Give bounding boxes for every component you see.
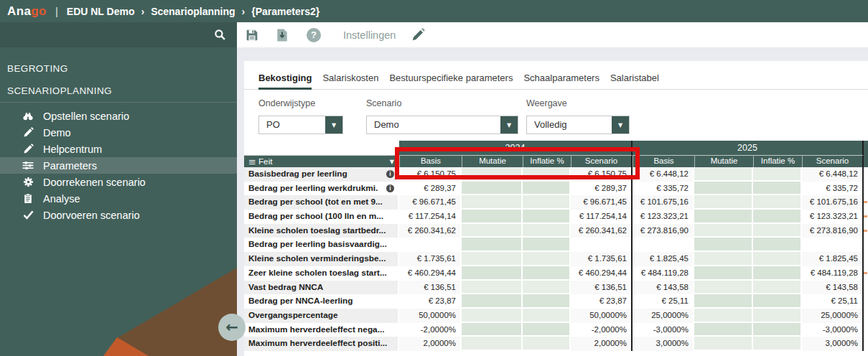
cell-mutatie-2024[interactable] xyxy=(462,309,523,323)
cell-scenario-2024: € 117.254,14 xyxy=(571,210,633,224)
sidebar-item-parameters[interactable]: Parameters xyxy=(0,157,237,174)
cell-inflatie-2025[interactable] xyxy=(753,224,802,238)
cell-mutatie-2024[interactable] xyxy=(462,182,523,196)
cell-mutatie-2024[interactable] xyxy=(462,266,523,281)
row-label: Maximum herverdeeleffect nega... xyxy=(244,323,399,337)
tab-schaalparameters[interactable]: Schaalparameters xyxy=(523,72,599,88)
info-icon[interactable]: i xyxy=(386,184,394,192)
cell-inflatie-2025[interactable] xyxy=(753,323,802,337)
cell-inflatie-2025[interactable] xyxy=(753,281,802,295)
row-label-text: Overgangspercentage xyxy=(248,309,338,323)
cell-inflatie-2025[interactable] xyxy=(753,266,802,281)
breadcrumb-item[interactable]: EDU NL Demo xyxy=(67,6,135,17)
cell-inflatie-2024[interactable] xyxy=(523,294,571,309)
select-onderwijstype[interactable]: PO▼ xyxy=(258,116,343,134)
cell-mutatie-2025[interactable] xyxy=(694,323,753,337)
breadcrumb-item[interactable]: Scenarioplanning xyxy=(151,6,235,17)
feit-dropdown-icon[interactable]: ▼ xyxy=(390,156,394,167)
cell-mutatie-2024[interactable] xyxy=(462,210,523,224)
cell-mutatie-2025[interactable] xyxy=(694,337,753,351)
cell-mutatie-2024[interactable] xyxy=(462,323,523,337)
sidebar-item-analyse[interactable]: Analyse xyxy=(0,190,237,207)
cell-mutatie-2025[interactable] xyxy=(694,252,753,266)
cell-mutatie-2024[interactable] xyxy=(462,167,523,182)
select-scenario[interactable]: Demo▼ xyxy=(366,116,518,134)
next-year-sliver xyxy=(864,141,868,155)
cell-inflatie-2024[interactable] xyxy=(523,182,571,196)
cell-mutatie-2025[interactable] xyxy=(694,182,753,196)
cell-inflatie-2025[interactable] xyxy=(753,252,802,266)
cell-mutatie-2024[interactable] xyxy=(462,294,523,309)
sidebar-section-begroting[interactable]: BEGROTING xyxy=(0,57,237,80)
cell-scenario-2025: € 101.675,16 xyxy=(802,195,864,210)
cell-mutatie-2025[interactable] xyxy=(694,266,753,281)
cell-mutatie-2025[interactable] xyxy=(694,167,753,182)
feit-header[interactable]: ≡Feit▼ xyxy=(244,155,399,167)
cell-inflatie-2024[interactable] xyxy=(523,281,571,295)
cell-inflatie-2024[interactable] xyxy=(523,337,571,351)
download-icon[interactable] xyxy=(276,29,288,42)
cell-mutatie-2024[interactable] xyxy=(462,281,523,295)
chevron-down-icon[interactable]: ▼ xyxy=(500,116,518,134)
save-icon[interactable] xyxy=(246,29,258,42)
cell-inflatie-2024[interactable] xyxy=(523,224,571,238)
cell-inflatie-2025[interactable] xyxy=(753,309,802,323)
tab-salaristabel[interactable]: Salaristabel xyxy=(610,72,659,88)
cell-inflatie-2024[interactable] xyxy=(523,195,571,210)
cell-inflatie-2025[interactable] xyxy=(753,182,802,196)
tab-bekostiging[interactable]: Bekostiging xyxy=(258,72,312,90)
cell-inflatie-2024[interactable] xyxy=(523,323,571,337)
cell-mutatie-2025[interactable] xyxy=(694,224,753,238)
info-icon[interactable]: i xyxy=(386,170,394,178)
cell-mutatie-2025[interactable] xyxy=(694,281,753,295)
chevron-down-icon[interactable]: ▼ xyxy=(612,116,629,134)
sliders-icon xyxy=(22,160,34,172)
sidebar-item-doorvoeren-scenario[interactable]: Doorvoeren scenario xyxy=(0,207,237,223)
breadcrumb: EDU NL Demo›Scenarioplanning›{Parameters… xyxy=(67,6,319,17)
cell-inflatie-2024[interactable] xyxy=(523,167,571,182)
cell-mutatie-2024[interactable] xyxy=(462,195,523,210)
cell-mutatie-2025[interactable] xyxy=(694,195,753,210)
cell-mutatie-2024[interactable] xyxy=(462,337,523,351)
cell-inflatie-2024[interactable] xyxy=(523,309,571,323)
sidebar-item-opstellen-scenario[interactable]: Opstellen scenario xyxy=(0,108,237,124)
cell-mutatie-2025[interactable] xyxy=(694,210,753,224)
sidebar-section-scenarioplanning[interactable]: SCENARIOPLANNING xyxy=(0,80,237,102)
cell-inflatie-2025[interactable] xyxy=(753,195,802,210)
cell-inflatie-2025[interactable] xyxy=(753,337,802,351)
sidebar: BEGROTING SCENARIOPLANNING Opstellen sce… xyxy=(0,47,237,356)
row-label: Bedrag per leerling werkdrukmi.i xyxy=(244,182,399,196)
cell-inflatie-2024[interactable] xyxy=(523,266,571,281)
table-row: Bedrag per school (tot en met 9...€ 96.6… xyxy=(244,195,868,210)
cell-inflatie-2024[interactable] xyxy=(523,210,571,224)
select-weergave[interactable]: Volledig▼ xyxy=(526,116,630,134)
sidebar-item-label: Doorvoeren scenario xyxy=(43,210,140,221)
cell-inflatie-2024[interactable] xyxy=(523,238,571,252)
cell-mutatie-2025[interactable] xyxy=(694,238,753,252)
cell-inflatie-2025[interactable] xyxy=(753,294,802,309)
cell-scenario-2025: € 335,72 xyxy=(802,182,864,196)
chevron-down-icon[interactable]: ▼ xyxy=(325,116,342,134)
cell-mutatie-2024[interactable] xyxy=(462,252,523,266)
cell-mutatie-2025[interactable] xyxy=(694,309,753,323)
filter-label: Scenario xyxy=(366,98,518,111)
help-icon[interactable]: ? xyxy=(307,28,321,42)
cell-mutatie-2025[interactable] xyxy=(694,294,753,309)
breadcrumb-item[interactable]: {Parameters2} xyxy=(251,6,319,17)
collapse-sidebar-button[interactable]: ← xyxy=(218,314,246,341)
cell-mutatie-2024[interactable] xyxy=(462,238,523,252)
sidebar-item-helpcentrum[interactable]: Helpcentrum xyxy=(0,141,237,157)
cell-mutatie-2024[interactable] xyxy=(462,224,523,238)
tab-salariskosten[interactable]: Salariskosten xyxy=(322,72,378,88)
cell-inflatie-2025[interactable] xyxy=(753,238,802,252)
search-bar[interactable] xyxy=(0,22,237,47)
cell-inflatie-2025[interactable] xyxy=(753,210,802,224)
cell-inflatie-2024[interactable] xyxy=(523,252,571,266)
edit-pencil-icon[interactable] xyxy=(411,28,425,42)
cell-inflatie-2025[interactable] xyxy=(753,167,802,182)
tab-bestuurspecifieke-parameters[interactable]: Bestuurspecifieke parameters xyxy=(389,72,513,88)
search-icon[interactable] xyxy=(214,29,226,41)
sidebar-item-demo[interactable]: Demo xyxy=(0,124,237,141)
sidebar-item-doorrekenen-scenario[interactable]: Doorrekenen scenario xyxy=(0,174,237,190)
cell-basis-2025: € 335,72 xyxy=(633,182,694,196)
